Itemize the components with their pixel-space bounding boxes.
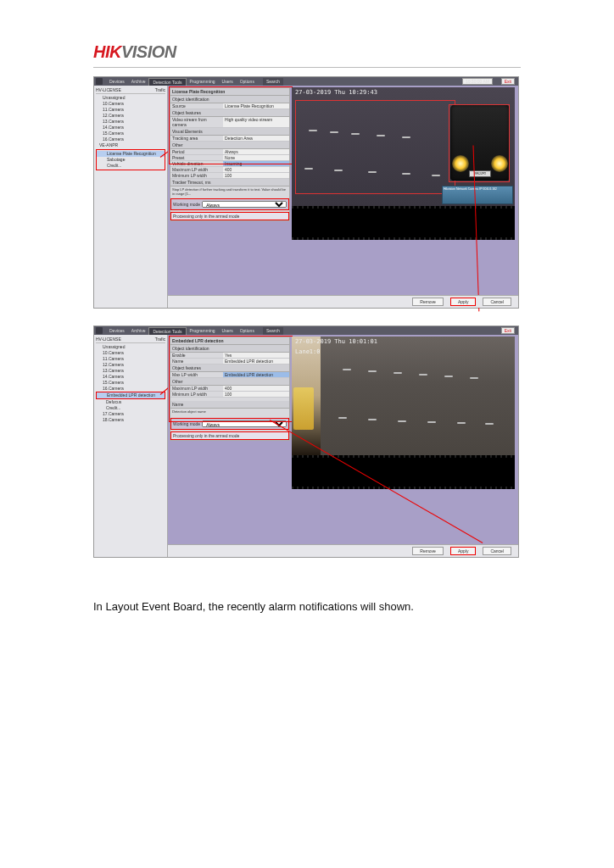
tab-archive[interactable]: Archive bbox=[128, 327, 149, 335]
working-mode-label: Working mode bbox=[173, 202, 200, 207]
tab-detection-tools[interactable]: Detection Tools bbox=[148, 78, 186, 86]
tree-item[interactable]: 16.Camera bbox=[96, 386, 165, 392]
tab-devices[interactable]: Devices bbox=[106, 78, 128, 86]
tree-item[interactable]: 16.Camera bbox=[96, 136, 165, 142]
main-area: License Plate Recognition Object identif… bbox=[168, 86, 518, 308]
tree-item[interactable]: 12.Camera bbox=[96, 362, 165, 368]
road-dash bbox=[368, 419, 377, 420]
app-screenshot-1: Devices Archive Detection Tools Programm… bbox=[93, 76, 519, 309]
road-dash bbox=[457, 422, 466, 424]
tree-item[interactable]: Unassigned bbox=[96, 95, 165, 101]
cancel-button[interactable]: Cancel bbox=[483, 547, 511, 555]
clock: 10:30:00 AM bbox=[462, 78, 493, 85]
bottom-bar: Remove Apply Cancel bbox=[168, 295, 518, 308]
tree-item[interactable]: Credit... bbox=[97, 163, 165, 169]
tab-bar: Devices Archive Detection Tools Programm… bbox=[106, 78, 283, 86]
detection-area-box bbox=[295, 100, 455, 194]
video-panel: 27-03-2019 Thu 10:01:01 Lane1:0 bbox=[292, 337, 515, 489]
road-dash bbox=[368, 370, 377, 372]
tree-item[interactable]: 12.Camera bbox=[96, 113, 165, 119]
road-dash bbox=[334, 170, 343, 171]
annotation-box bbox=[169, 86, 293, 164]
device-tree-sidebar: HV-LICENSETrafic Unassigned 10.Camera 11… bbox=[94, 335, 168, 557]
road-dash bbox=[485, 423, 494, 425]
yellow-object bbox=[293, 387, 314, 430]
trafic-label: Trafic bbox=[155, 87, 165, 92]
camera-overlay-info: Hikvision Network Camera IP:10.6.0.162 bbox=[442, 186, 513, 204]
cfg-value[interactable]: 100 bbox=[223, 173, 289, 178]
tree-item-selected[interactable]: Embedded LPR detection bbox=[96, 392, 165, 399]
cancel-button[interactable]: Cancel bbox=[483, 298, 511, 306]
tree-item[interactable]: 15.Camera bbox=[96, 380, 165, 386]
road-dash bbox=[402, 136, 410, 138]
road-dash bbox=[304, 168, 313, 170]
road-dash bbox=[343, 369, 351, 370]
cfg-value[interactable]: 400 bbox=[223, 167, 289, 172]
apply-button[interactable]: Apply bbox=[450, 547, 477, 555]
tab-devices[interactable]: Devices bbox=[106, 327, 128, 335]
cfg-note: Stop LP detection if further tracking an… bbox=[170, 186, 289, 197]
video-panel: 27-03-2019 Thu 10:29:43 bbox=[292, 87, 515, 240]
tab-search[interactable]: Search bbox=[263, 327, 283, 335]
tree-item[interactable]: 17.Camera bbox=[96, 411, 165, 417]
tab-search[interactable]: Search bbox=[263, 78, 283, 86]
tab-detection-tools[interactable]: Detection Tools bbox=[148, 327, 186, 335]
tree-item[interactable]: VE-ANPR bbox=[96, 142, 165, 148]
tree-item[interactable]: 11.Camera bbox=[96, 356, 165, 362]
tab-programming[interactable]: Programming bbox=[187, 78, 219, 86]
tree-item[interactable]: 11.Camera bbox=[96, 107, 165, 113]
tree-item[interactable]: 14.Camera bbox=[96, 374, 165, 380]
video-timestamp: 27-03-2019 Thu 10:01:01 bbox=[295, 338, 377, 345]
timeline-strip[interactable] bbox=[292, 206, 515, 240]
tab-options[interactable]: Options bbox=[237, 78, 258, 86]
tree-item[interactable]: Unassigned bbox=[96, 344, 165, 350]
tree-item[interactable]: Defocus bbox=[96, 399, 165, 405]
tab-options[interactable]: Options bbox=[237, 327, 258, 335]
tree-root: HV-LICENSE bbox=[96, 87, 121, 92]
tree-item[interactable]: 13.Camera bbox=[96, 368, 165, 374]
tree-item[interactable]: 15.Camera bbox=[96, 131, 165, 136]
annotation-box bbox=[169, 336, 293, 422]
logo-red: HIK bbox=[93, 42, 121, 61]
lane-overlay: Lane1:0 bbox=[295, 348, 321, 355]
remove-button[interactable]: Remove bbox=[412, 298, 444, 306]
app-screenshot-2: Devices Archive Detection Tools Programm… bbox=[93, 326, 519, 558]
road-dash bbox=[394, 372, 402, 374]
tab-archive[interactable]: Archive bbox=[128, 78, 149, 86]
tree-item[interactable]: 10.Camera bbox=[96, 350, 165, 356]
main-area: Embedded LPR detection Object identifica… bbox=[168, 335, 518, 557]
road-dash bbox=[432, 175, 440, 176]
video-feed: 27-03-2019 Thu 10:01:01 Lane1:0 bbox=[292, 337, 515, 455]
road-dash bbox=[338, 417, 347, 419]
tree-item-selected[interactable]: License Plate Recognition bbox=[97, 151, 165, 157]
caption-text: In Layout Event Board, the recently alar… bbox=[93, 600, 521, 613]
cfg-label: Maximum LP width bbox=[170, 167, 223, 172]
tree-highlight-box: License Plate Recognition Sabotage Credi… bbox=[96, 149, 165, 170]
tree-item[interactable]: 18.Camera bbox=[96, 417, 165, 423]
titlebar: Devices Archive Detection Tools Programm… bbox=[94, 326, 518, 335]
road-dash bbox=[309, 130, 317, 131]
video-feed: 27-03-2019 Thu 10:29:43 bbox=[292, 87, 515, 206]
tab-programming[interactable]: Programming bbox=[187, 327, 219, 335]
bottom-bar: Remove Apply Cancel bbox=[168, 544, 518, 557]
tab-users[interactable]: Users bbox=[219, 327, 237, 335]
road-dash bbox=[377, 135, 385, 136]
apply-button[interactable]: Apply bbox=[450, 298, 477, 306]
tree-item[interactable]: 13.Camera bbox=[96, 119, 165, 125]
vehicle-detect-box bbox=[449, 104, 510, 182]
exit-button[interactable]: Exit bbox=[501, 327, 515, 334]
tab-users[interactable]: Users bbox=[219, 78, 237, 86]
exit-button[interactable]: Exit bbox=[501, 78, 515, 85]
brand-logo: HIKVISION bbox=[93, 42, 521, 62]
app-icon bbox=[96, 327, 103, 334]
tree-item[interactable]: Sabotage bbox=[97, 157, 165, 163]
remove-button[interactable]: Remove bbox=[412, 547, 444, 555]
timeline-strip[interactable] bbox=[292, 455, 515, 489]
trafic-label: Trafic bbox=[155, 337, 165, 342]
header-divider bbox=[93, 67, 521, 68]
working-mode-select[interactable]: Always bbox=[202, 201, 287, 208]
tree-item[interactable]: 10.Camera bbox=[96, 101, 165, 107]
tree-item[interactable]: 14.Camera bbox=[96, 125, 165, 131]
tree-root: HV-LICENSE bbox=[96, 337, 121, 342]
tree-item[interactable]: Credit... bbox=[96, 405, 165, 411]
